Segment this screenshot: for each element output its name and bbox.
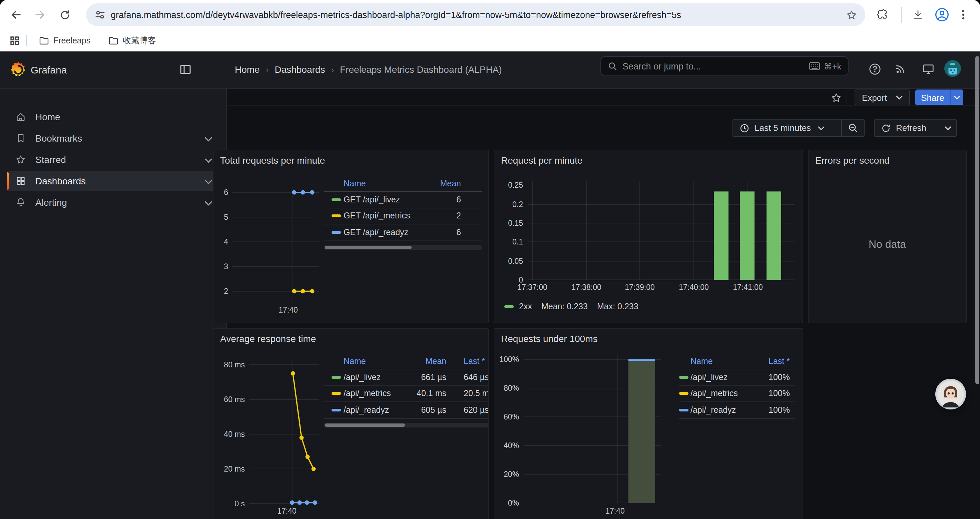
legend-row[interactable]: /api/_metrics40.1 ms20.5 ms [323,386,489,402]
series-name: GET /api/_readyz [344,228,408,237]
subheader-border [227,105,980,105]
page-scrollbar[interactable] [975,51,980,519]
breadcrumb-home[interactable]: Home [235,64,260,75]
browser-menu-button[interactable] [954,5,973,24]
dock-menu-button[interactable] [179,63,192,79]
legend-col[interactable]: Last * [768,357,790,366]
help-button[interactable] [866,60,883,77]
legend-scrollbar-thumb[interactable] [325,246,412,249]
legend-col[interactable]: Mean [440,179,461,188]
breadcrumb-dashboards[interactable]: Dashboards [275,64,325,75]
legend-col-name[interactable]: Name [344,179,366,188]
series-value: 2 [456,211,461,221]
series-swatch [679,409,689,412]
breadcrumb-separator: › [331,64,334,75]
sidebar-item-alerting[interactable]: Alerting [7,192,220,212]
puzzle-icon [876,9,888,21]
series-swatch [679,393,689,395]
chevron-down-icon[interactable] [205,154,212,165]
series-name: /api/_livez [344,373,380,382]
bookmark-folder-blogs[interactable]: 收藏博客 [104,33,160,49]
share-label: Share [921,93,944,102]
extensions-button[interactable] [873,5,891,24]
favorite-dashboard-button[interactable] [830,92,842,106]
svg-text:17:40: 17:40 [278,306,298,314]
bookmark-star-icon[interactable] [846,9,857,21]
address-bar[interactable]: grafana.mathmast.com/d/deytv4rwavabkb/fr… [86,3,865,26]
forward-button[interactable] [31,5,49,24]
bookmark-label: Freeleaps [53,36,91,45]
svg-text:0.25: 0.25 [508,181,523,189]
panel-title[interactable]: Errors per second [815,155,889,166]
user-avatar[interactable] [944,59,961,77]
chevron-down-icon[interactable] [205,197,212,208]
search-input[interactable]: Search or jump to... ⌘+k [600,56,849,76]
legend-header: NameLast * [679,355,795,369]
refresh-button[interactable]: Refresh [875,123,939,133]
series-value: 620 µs [464,406,489,415]
reload-button[interactable] [56,5,74,24]
export-button[interactable]: Export [854,89,910,105]
legend-row[interactable]: /api/_livez661 µs646 µs [323,369,489,386]
assistant-avatar[interactable] [935,379,966,409]
legend-col-name[interactable]: Name [344,357,366,366]
legend-row[interactable]: GET /api/_livez6 [323,192,482,208]
url-text[interactable]: grafana.mathmast.com/d/deytv4rwavabkb/fr… [111,10,846,20]
news-button[interactable] [892,60,909,77]
zoom-out-button[interactable] [842,120,864,136]
scrollbar-thumb[interactable] [975,56,979,384]
bookmark-folder-freeleaps[interactable]: Freeleaps [35,33,94,49]
profile-button[interactable] [932,5,951,24]
legend-row[interactable]: GET /api/_metrics2 [323,208,482,224]
legend-scrollbar[interactable] [323,245,482,249]
series-name: /api/_readyz [690,406,736,415]
legend-row[interactable]: /api/_metrics100% [679,386,795,402]
refresh-interval-button[interactable] [939,120,956,136]
legend-row[interactable]: /api/_readyz605 µs620 µs [323,402,489,418]
chevron-down-icon[interactable] [205,176,212,186]
series-swatch [332,376,341,379]
svg-text:100%: 100% [500,355,519,364]
refresh-label: Refresh [896,123,926,133]
downloads-button[interactable] [908,5,927,24]
legend-col[interactable]: Mean [425,357,446,366]
toolbar-divider [901,7,902,23]
grafana-brand[interactable]: Grafana [31,64,67,75]
share-menu-button[interactable] [950,89,963,105]
browser-toolbar: grafana.mathmast.com/d/deytv4rwavabkb/fr… [0,0,980,29]
series-value: 100% [768,373,790,382]
svg-text:17:38:00: 17:38:00 [571,283,601,292]
share-button[interactable]: Share [915,89,950,105]
series-name: /api/_metrics [690,389,738,398]
sidebar-item-starred[interactable]: Starred [7,150,220,170]
apps-grid-button[interactable] [5,31,24,50]
legend-col-name[interactable]: Name [690,357,713,366]
legend-inline[interactable]: 2xxMean: 0.233Max: 0.233 [504,302,638,311]
series-value: 100% [768,389,790,398]
breadcrumb-current: Freeleaps Metrics Dashboard (ALPHA) [340,64,502,75]
legend-scrollbar[interactable] [323,423,489,427]
legend-row[interactable]: /api/_livez100% [679,369,795,386]
legend-row[interactable]: /api/_readyz100% [679,402,795,418]
sidebar-item-home[interactable]: Home [7,107,220,127]
subheader-divider [846,91,847,104]
user-avatar-icon [944,59,961,77]
legend-col[interactable]: Last * [464,357,485,366]
panel-errors-per-second: Errors per second No data [808,150,967,323]
back-button[interactable] [7,5,25,24]
svg-text:17:40: 17:40 [277,507,296,515]
site-settings-icon[interactable] [95,10,105,20]
sidebar-item-bookmarks[interactable]: Bookmarks [7,128,220,148]
legend-scrollbar-thumb[interactable] [325,423,405,426]
panel-requests-under-100ms: Requests under 100ms 100%80%60%40%20%0%1… [494,328,803,519]
sidebar-item-dashboards[interactable]: Dashboards [7,171,220,191]
legend-row[interactable]: GET /api/_readyz6 [323,224,482,241]
svg-text:80 ms: 80 ms [224,360,245,369]
time-range-picker[interactable]: Last 5 minutes [733,123,841,133]
request-per-minute-chart: 0.250.20.150.10.05017:37:0017:38:0017:39… [494,150,803,323]
series-name: /api/_livez [690,373,727,382]
grafana-logo[interactable] [10,61,27,81]
grafana-header: Grafana Home › Dashboards › Freeleaps Me… [0,51,980,89]
chevron-down-icon[interactable] [205,133,212,144]
kiosk-mode-button[interactable] [919,60,937,77]
